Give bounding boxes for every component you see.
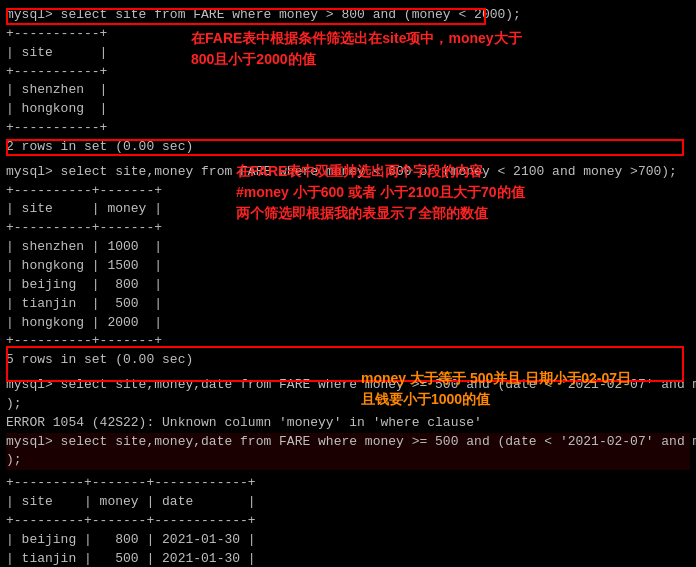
row-tianjin-1: | tianjin | 500 |	[6, 295, 690, 314]
row-shenzhen-2: | shenzhen | 1000 |	[6, 238, 690, 257]
col-header-1: | site |	[6, 44, 690, 63]
terminal-container: mysql> select site from FARE where money…	[6, 6, 690, 567]
table-border-2: +-----------+	[6, 63, 690, 82]
cmd4a: mysql> select site,money,date from FARE …	[6, 433, 690, 452]
cmd1: mysql> select site from FARE where money…	[6, 6, 690, 25]
col-header-3: | site | money | date |	[6, 493, 690, 512]
table-border-3: +-----------+	[6, 119, 690, 138]
cmd4b: );	[6, 451, 690, 470]
error-line: ERROR 1054 (42S22): Unknown column 'mone…	[6, 414, 690, 433]
row-shenzhen-1: | shenzhen |	[6, 81, 690, 100]
section2: mysql> select site,money from FARE where…	[6, 163, 690, 370]
row-beijing-1: | beijing | 800 |	[6, 276, 690, 295]
table-border-1: +-----------+	[6, 25, 690, 44]
table-border-6: +----------+-------+	[6, 332, 690, 351]
table-border-7: +---------+-------+------------+	[6, 474, 690, 493]
row-hongkong-3: | hongkong | 2000 |	[6, 314, 690, 333]
row-beijing-2: | beijing | 800 | 2021-01-30 |	[6, 531, 690, 550]
table-border-5: +----------+-------+	[6, 219, 690, 238]
cmd3b: );	[6, 395, 690, 414]
section1: mysql> select site from FARE where money…	[6, 6, 690, 157]
table-border-8: +---------+-------+------------+	[6, 512, 690, 531]
cmd3a: mysql> select site,money,date from FARE …	[6, 376, 690, 395]
col-header-2: | site | money |	[6, 200, 690, 219]
result-count-1: 2 rows in set (0.00 sec)	[6, 138, 690, 157]
row-hongkong-2: | hongkong | 1500 |	[6, 257, 690, 276]
section4: +---------+-------+------------+ | site …	[6, 474, 690, 567]
section3: mysql> select site,money,date from FARE …	[6, 376, 690, 470]
result-count-2: 5 rows in set (0.00 sec)	[6, 351, 690, 370]
row-tianjin-2: | tianjin | 500 | 2021-01-30 |	[6, 550, 690, 567]
row-hongkong-1: | hongkong |	[6, 100, 690, 119]
cmd2: mysql> select site,money from FARE where…	[6, 163, 690, 182]
table-border-4: +----------+-------+	[6, 182, 690, 201]
